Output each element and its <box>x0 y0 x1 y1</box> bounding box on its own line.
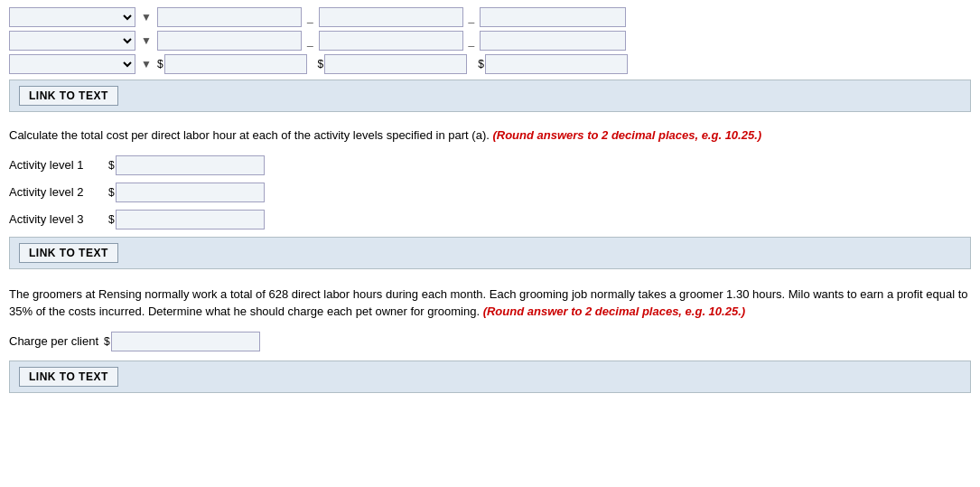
dollar-field-3a[interactable] <box>164 54 307 74</box>
activity-dollar-3: $ <box>108 213 115 226</box>
instruction-2-normal: Calculate the total cost per direct labo… <box>9 128 490 142</box>
dropdown-2[interactable] <box>9 31 135 51</box>
charge-dollar: $ <box>104 335 110 348</box>
activity-label-3: Activity level 3 <box>9 212 108 226</box>
field-1c[interactable] <box>480 7 626 27</box>
separator-2a: ▼ <box>141 34 152 47</box>
field-1b[interactable] <box>319 7 463 27</box>
activity-field-1[interactable] <box>116 155 265 175</box>
dropdown-cell-3 <box>9 54 135 74</box>
separator-2b: _ <box>307 34 313 47</box>
activity-input-3: $ <box>108 210 265 229</box>
instruction-3-highlight: (Round answer to 2 decimal places, e.g. … <box>483 304 745 318</box>
charge-field[interactable] <box>111 332 260 351</box>
instruction-2: Calculate the total cost per direct labo… <box>9 126 971 145</box>
activity-input-1: $ <box>108 155 265 175</box>
separator-3a: ▼ <box>141 58 152 70</box>
field-2c[interactable] <box>480 31 626 51</box>
activity-row-2: Activity level 2 $ <box>9 183 971 202</box>
dollar-group-3a: $ <box>157 54 307 74</box>
activity-field-3[interactable] <box>116 210 265 229</box>
separator-1a: ▼ <box>141 11 152 23</box>
charge-label: Charge per client <box>9 334 98 348</box>
field-2b[interactable] <box>319 31 463 51</box>
dollar-group-3b: $ <box>318 54 468 74</box>
separator-2c: _ <box>469 34 475 47</box>
table-row-1: ▼ _ _ <box>9 7 971 27</box>
dropdown-1[interactable] <box>9 7 135 27</box>
charge-row: Charge per client $ <box>9 332 971 351</box>
separator-1c: _ <box>469 11 475 23</box>
link-to-text-button-1[interactable]: LINK TO TEXT <box>19 86 118 106</box>
section-3: The groomers at Rensing normally work a … <box>9 286 971 393</box>
dropdown-3[interactable] <box>9 54 135 74</box>
dollar-sign-3b: $ <box>318 58 324 70</box>
link-to-text-bar-3: LINK TO TEXT <box>9 361 971 393</box>
activity-label-1: Activity level 1 <box>9 158 108 172</box>
section-2: Calculate the total cost per direct labo… <box>9 126 971 269</box>
activity-row-1: Activity level 1 $ <box>9 155 971 175</box>
table-row-3: ▼ $ $ $ <box>9 54 971 74</box>
dollar-group-3c: $ <box>478 54 628 74</box>
link-to-text-bar-1: LINK TO TEXT <box>9 80 971 112</box>
instruction-3: The groomers at Rensing normally work a … <box>9 286 971 321</box>
dollar-field-3b[interactable] <box>324 54 467 74</box>
activity-field-2[interactable] <box>116 183 265 202</box>
link-to-text-bar-2: LINK TO TEXT <box>9 237 971 269</box>
link-to-text-button-3[interactable]: LINK TO TEXT <box>19 367 118 387</box>
field-1a[interactable] <box>157 7 302 27</box>
dollar-field-3c[interactable] <box>485 54 628 74</box>
field-2a[interactable] <box>157 31 302 51</box>
dropdown-cell-2 <box>9 31 135 51</box>
activity-label-2: Activity level 2 <box>9 185 108 199</box>
charge-input: $ <box>104 332 260 351</box>
dollar-sign-3a: $ <box>157 58 163 70</box>
link-to-text-button-2[interactable]: LINK TO TEXT <box>19 243 118 263</box>
activity-dollar-2: $ <box>108 186 115 199</box>
activity-input-2: $ <box>108 183 265 202</box>
separator-1b: _ <box>307 11 313 23</box>
instruction-2-highlight: (Round answers to 2 decimal places, e.g.… <box>492 128 761 142</box>
activity-row-3: Activity level 3 $ <box>9 210 971 229</box>
activity-dollar-1: $ <box>108 159 115 172</box>
dollar-sign-3c: $ <box>478 58 484 70</box>
table-row-2: ▼ _ _ <box>9 31 971 51</box>
dropdown-cell-1 <box>9 7 135 27</box>
